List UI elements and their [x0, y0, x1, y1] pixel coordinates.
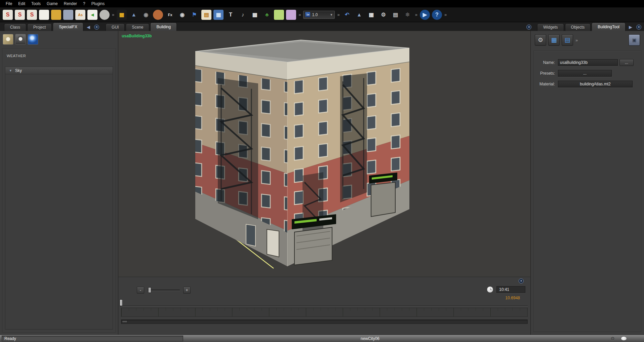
menu-item-help[interactable]: ? — [80, 1, 88, 7]
overflow-chevron[interactable]: » — [298, 12, 301, 17]
status-message: Ready — [2, 336, 183, 341]
globe-icon[interactable] — [28, 34, 38, 45]
grid-icon[interactable]: ▦ — [366, 10, 376, 20]
script-edit-icon[interactable]: S — [27, 10, 37, 20]
keyboard-icon[interactable]: ▤ — [391, 10, 401, 20]
clock-group: 10:41 — [487, 286, 525, 293]
building-grid-icon[interactable]: ▦ — [548, 34, 560, 46]
script-export-icon[interactable]: S — [3, 10, 13, 20]
effects-fx-icon[interactable]: Fx — [165, 10, 175, 20]
wheel-icon[interactable]: ◉ — [141, 10, 151, 20]
overflow-chevron[interactable]: » — [415, 12, 417, 17]
sky-section: ▼ Sky — [5, 67, 113, 330]
panel-close-icon[interactable]: ✕ — [94, 25, 99, 30]
note-purple-icon[interactable] — [286, 10, 296, 20]
menu-item-edit[interactable]: Edit — [15, 1, 28, 7]
clipboard-icon[interactable]: ▤ — [201, 10, 211, 20]
timeline-zoom-out-button[interactable]: - — [137, 287, 144, 294]
menu-item-render[interactable]: Render — [61, 1, 80, 7]
image-thumbnail-icon[interactable] — [3, 34, 13, 45]
hierarchy-icon[interactable]: ▦ — [213, 10, 224, 20]
menu-item-file[interactable]: File — [3, 1, 15, 7]
plant-icon[interactable]: ♣ — [262, 10, 272, 20]
tab-class[interactable]: Class — [4, 24, 26, 31]
save-icon[interactable] — [63, 10, 73, 20]
mouse-icon — [621, 336, 627, 341]
save-as-icon[interactable]: As — [75, 10, 85, 20]
settings-gear-icon[interactable]: ⚙ — [378, 10, 389, 20]
tab-widgets[interactable]: Widgets — [537, 24, 564, 31]
script-import-icon[interactable]: S — [15, 10, 25, 20]
planet-icon[interactable] — [153, 10, 163, 20]
center-panel-close-icon[interactable]: ✕ — [526, 25, 531, 30]
tab-scroll-right-icon[interactable]: ▶ — [629, 25, 632, 30]
save-building-icon[interactable]: ▣ — [629, 34, 640, 46]
tab-gui[interactable]: GUI — [106, 24, 125, 31]
name-field[interactable]: usaBuilding33b — [558, 59, 618, 66]
building-tool-toolbar: ⚙ ▦ ▤ » ▣ — [531, 31, 644, 48]
timeline-panel: ✕ - + 10:41 10.6948 — [118, 277, 530, 335]
status-coordinates: ⚙ — [610, 336, 631, 341]
project-name: newCity06 — [361, 336, 379, 341]
menu-item-tools[interactable]: Tools — [28, 1, 44, 7]
tab-scene[interactable]: Scene — [126, 24, 149, 31]
menu-item-game[interactable]: Game — [44, 1, 61, 7]
playhead-track[interactable] — [121, 305, 528, 306]
timeline-zoom-handle[interactable] — [148, 287, 151, 293]
layers-icon[interactable]: ▤ — [562, 34, 573, 46]
bottom-panel-close-icon[interactable]: ✕ — [519, 278, 524, 283]
flag-icon[interactable]: ⚑ — [189, 10, 199, 20]
name-label: Name: — [534, 60, 558, 65]
tab-project[interactable]: Project — [27, 24, 52, 31]
new-document-icon[interactable] — [39, 10, 49, 20]
tab-strip: ClassProjectSpecialFX ◀ ✕ GUISceneBuildi… — [0, 22, 644, 31]
material-field[interactable]: buildingAtlas.mt2 — [558, 81, 633, 87]
note-green-icon[interactable] — [274, 10, 284, 20]
timeline-zoom-in-button[interactable]: + — [183, 287, 191, 294]
time-field[interactable]: 10:41 — [496, 286, 525, 293]
playhead-handle[interactable] — [120, 299, 123, 306]
menu-item-plugins[interactable]: Plugins — [88, 1, 108, 7]
sky-section-header[interactable]: ▼ Sky — [5, 67, 113, 74]
help-icon[interactable]: ? — [432, 10, 442, 20]
snowflake-icon[interactable]: ❄ — [403, 10, 413, 20]
timeline-scrollbar-handle[interactable] — [122, 320, 127, 323]
presets-field[interactable]: ... — [558, 70, 612, 77]
overflow-chevron[interactable]: » — [444, 12, 447, 17]
building-properties-groupbox: Name: usaBuilding33b ... Presets: ... Ma… — [533, 50, 641, 332]
camera-icon[interactable] — [15, 34, 26, 45]
export-disc-icon[interactable] — [99, 10, 110, 20]
text-tool-icon[interactable]: T — [226, 10, 236, 20]
checkerboard-icon[interactable]: ▩ — [250, 10, 260, 20]
right-panel-close-icon[interactable]: ✕ — [636, 25, 641, 30]
open-folder-icon[interactable] — [51, 10, 61, 20]
sky-parameter-list — [5, 74, 113, 77]
name-more-button[interactable]: ... — [619, 59, 634, 66]
tab-scroll-left-icon[interactable]: ◀ — [87, 25, 90, 30]
terrain-icon[interactable]: ▲ — [129, 10, 139, 20]
tab-building[interactable]: Building — [150, 23, 177, 31]
3d-viewport[interactable]: usaBuilding33b — [118, 31, 530, 277]
timeline-scrollbar[interactable] — [121, 319, 528, 324]
play-icon[interactable]: ▶ — [420, 10, 430, 20]
weather-header: WEATHER — [2, 49, 116, 58]
settings-gear-icon[interactable]: ⚙ — [535, 34, 546, 46]
overflow-chevron[interactable]: » — [112, 12, 114, 17]
undo-icon[interactable]: ↶ — [342, 10, 352, 20]
tab-specialfx[interactable]: SpecialFX — [53, 23, 83, 31]
timeline-ruler[interactable] — [121, 308, 528, 317]
timeline-zoom-control: - + — [137, 287, 191, 294]
menu-bar: FileEditToolsGameRender?Plugins — [0, 0, 644, 7]
timeline-zoom-slider[interactable] — [148, 290, 180, 291]
overflow-chevron[interactable]: » — [575, 38, 578, 43]
tab-buildingtool[interactable]: BuildingTool — [592, 23, 626, 31]
zoom-level-dropdown[interactable]: 1x1.0▼ — [303, 11, 335, 19]
tab-objects[interactable]: Objects — [565, 24, 591, 31]
import-file-icon[interactable]: ◂ — [87, 10, 97, 20]
speaker-icon[interactable]: ♪ — [238, 10, 248, 20]
terrain-new-icon[interactable]: ▲ — [354, 10, 364, 20]
overflow-chevron[interactable]: » — [337, 12, 339, 17]
render-reel-icon[interactable]: ◉ — [177, 10, 187, 20]
rubik-cube-icon[interactable]: ▦ — [117, 10, 127, 20]
material-label: Material: — [534, 82, 558, 86]
